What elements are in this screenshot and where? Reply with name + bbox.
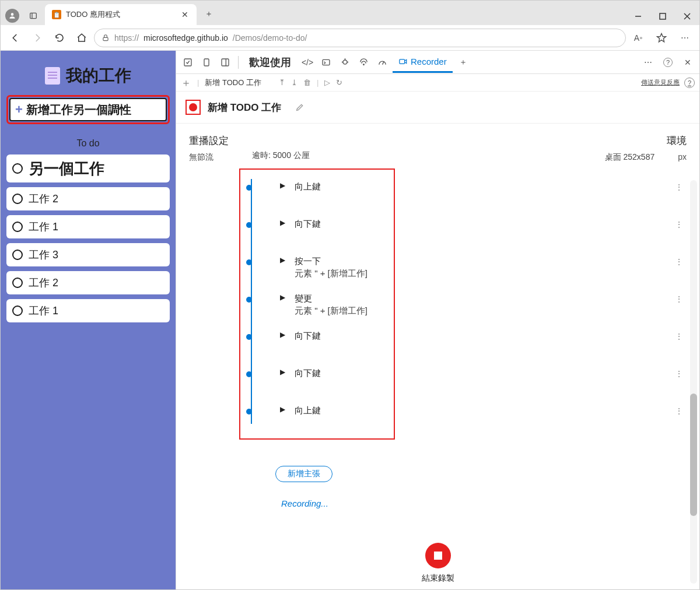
favorite-icon[interactable] — [652, 28, 671, 48]
timeout-value[interactable]: 逾時: 5000 公厘 — [252, 150, 310, 161]
step-menu-icon[interactable]: ⋮ — [675, 294, 683, 301]
recorder-step[interactable]: ▶向下鍵 — [246, 326, 368, 363]
add-assertion-button[interactable]: 新增主張 — [275, 466, 332, 482]
delete-icon[interactable]: 🗑 — [303, 78, 311, 87]
scrollbar-thumb[interactable] — [690, 394, 697, 516]
tab-title: TODO 應用程式 — [66, 9, 176, 20]
profile-avatar[interactable] — [5, 9, 19, 23]
svg-rect-12 — [323, 59, 330, 65]
todo-item[interactable]: 工作 1 — [6, 299, 170, 322]
step-menu-icon[interactable]: ⋮ — [675, 220, 683, 227]
svg-rect-7 — [103, 37, 108, 40]
read-aloud-icon[interactable]: A» — [628, 28, 648, 48]
step-subtext: 元素 " + [新增工作] — [295, 268, 368, 279]
elements-icon[interactable]: </> — [299, 54, 316, 71]
expand-icon[interactable]: ▶ — [280, 181, 285, 189]
tab-actions-icon[interactable] — [24, 6, 43, 25]
console-icon[interactable] — [318, 54, 334, 71]
todo-item-label: 工作 1 — [29, 304, 58, 318]
stop-recording-button[interactable] — [425, 543, 451, 568]
help-icon[interactable]: ? — [660, 54, 676, 71]
step-menu-icon[interactable]: ⋮ — [675, 182, 683, 189]
replay-icon[interactable]: ↻ — [336, 78, 342, 87]
checkbox-icon[interactable] — [12, 194, 23, 204]
step-text: 變更 — [295, 293, 368, 304]
expand-icon[interactable]: ▶ — [280, 368, 285, 376]
todo-item[interactable]: 工作 3 — [6, 243, 170, 266]
todo-app-pane: 我的工作 + 新增工作另一個調性 To do 另一個工作工作 2工作 1工作 3… — [1, 51, 176, 589]
close-devtools-icon[interactable]: ✕ — [680, 54, 696, 71]
performance-icon[interactable] — [374, 54, 390, 71]
todo-section-label: To do — [6, 138, 170, 149]
recorder-step[interactable]: ▶向下鍵 — [246, 363, 368, 401]
todo-item[interactable]: 工作 1 — [6, 215, 170, 238]
home-button[interactable] — [72, 28, 92, 48]
recorder-step[interactable]: ▶按一下元素 " + [新增工作] — [246, 251, 368, 289]
new-recording-icon[interactable]: ＋ — [181, 76, 191, 90]
expand-icon[interactable]: ▶ — [280, 331, 285, 339]
recorder-step[interactable]: ▶向上鍵 — [246, 401, 368, 438]
forward-button[interactable] — [27, 28, 47, 48]
expand-icon[interactable]: ▶ — [280, 293, 285, 301]
add-tab-icon[interactable]: ＋ — [455, 54, 471, 71]
inspect-icon[interactable] — [180, 54, 196, 71]
browser-tab[interactable]: 📋 TODO 應用程式 ✕ — [45, 4, 197, 25]
recorder-toolbar: ＋ | 新增 TODO 工作 ⤒ ⤓ 🗑 | ▷ ↻ 傳送意見反應 ? — [176, 74, 699, 92]
recorder-step[interactable]: ▶向下鍵 — [246, 214, 368, 251]
todo-item[interactable]: 工作 2 — [6, 271, 170, 294]
step-menu-icon[interactable]: ⋮ — [675, 257, 683, 264]
edit-name-icon[interactable] — [295, 103, 304, 112]
devtools-pane: 歡迎使用 </> Recorder ＋ ⋯ ? ✕ ＋ | — [176, 51, 699, 589]
steps-list: ▶向上鍵▶向下鍵▶按一下元素 " + [新增工作]▶變更元素 " + [新增工作… — [246, 177, 368, 438]
recorder-step[interactable]: ▶向上鍵 — [246, 177, 368, 214]
import-icon[interactable]: ⤒ — [279, 78, 285, 87]
close-tab-icon[interactable]: ✕ — [180, 10, 190, 19]
tab-favicon: 📋 — [52, 10, 61, 19]
step-bullet-icon — [246, 259, 252, 265]
clipboard-icon — [45, 67, 60, 85]
svg-rect-19 — [400, 59, 405, 64]
checkbox-icon[interactable] — [12, 222, 23, 232]
minimize-button[interactable] — [626, 8, 650, 25]
device-toggle-icon[interactable] — [198, 54, 215, 71]
feedback-link[interactable]: 傳送意見反應 — [641, 78, 680, 87]
new-tab-button[interactable]: ＋ — [200, 5, 218, 23]
add-task-highlight: + 新增工作另一個調性 — [6, 95, 170, 124]
checkbox-icon[interactable] — [12, 305, 23, 316]
tab-recorder[interactable]: Recorder — [393, 52, 453, 73]
close-window-button[interactable] — [675, 8, 699, 25]
step-subtext: 元素 " + [新增工作] — [295, 305, 368, 317]
checkbox-icon[interactable] — [12, 250, 23, 260]
network-icon[interactable] — [355, 54, 372, 71]
tab-welcome[interactable]: 歡迎使用 — [243, 51, 297, 74]
url-input[interactable]: https:// microsoftedge.github.io /Demos/… — [94, 29, 626, 47]
env-desktop[interactable]: 桌面 — [605, 152, 621, 161]
refresh-button[interactable] — [50, 28, 69, 48]
expand-icon[interactable]: ▶ — [280, 405, 285, 413]
play-icon[interactable]: ▷ — [324, 78, 330, 87]
todo-item[interactable]: 工作 2 — [6, 187, 170, 210]
expand-icon[interactable]: ▶ — [280, 219, 285, 227]
step-menu-icon[interactable]: ⋮ — [675, 406, 683, 413]
todo-item[interactable]: 另一個工作 — [6, 154, 170, 182]
recorder-help-icon[interactable]: ? — [684, 78, 695, 88]
maximize-button[interactable] — [650, 8, 675, 25]
settings-menu-icon[interactable]: ⋯ — [675, 28, 695, 48]
checkbox-icon[interactable] — [12, 278, 23, 288]
step-menu-icon[interactable]: ⋮ — [675, 332, 683, 339]
add-task-input[interactable]: + 新增工作另一個調性 — [9, 98, 167, 121]
expand-icon[interactable]: ▶ — [280, 256, 285, 264]
back-button[interactable] — [5, 28, 25, 48]
env-unit: px — [678, 152, 687, 161]
step-menu-icon[interactable]: ⋮ — [675, 369, 683, 376]
throttle-value[interactable]: 無節流 — [189, 152, 229, 163]
more-tools-icon[interactable]: ⋯ — [640, 54, 656, 71]
step-text: 向下鍵 — [295, 368, 321, 379]
recording-dropdown[interactable]: 新增 TODO 工作 — [205, 78, 261, 88]
export-icon[interactable]: ⤓ — [291, 78, 298, 87]
bug-icon[interactable] — [337, 54, 353, 71]
todo-item-label: 工作 3 — [29, 248, 58, 262]
recorder-step[interactable]: ▶變更元素 " + [新增工作] — [246, 289, 368, 326]
dock-icon[interactable] — [217, 54, 233, 71]
checkbox-icon[interactable] — [12, 163, 23, 174]
